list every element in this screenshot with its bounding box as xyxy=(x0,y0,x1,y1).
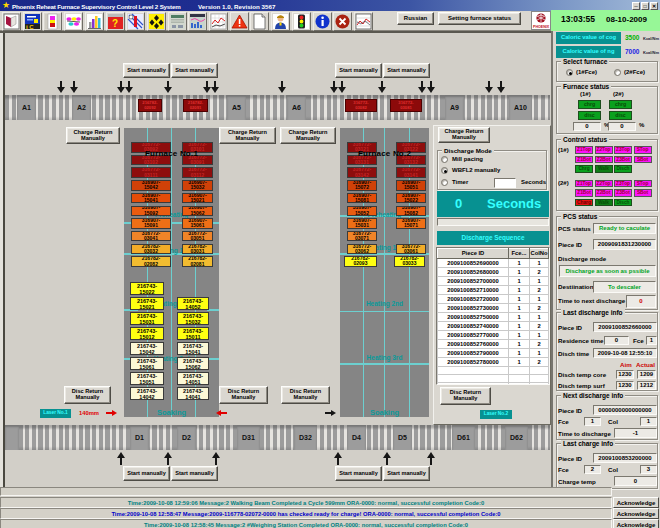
svg-text:i C: i C xyxy=(26,24,34,30)
svg-text:PHOENIX: PHOENIX xyxy=(533,25,550,29)
svg-text:?: ? xyxy=(112,18,118,29)
